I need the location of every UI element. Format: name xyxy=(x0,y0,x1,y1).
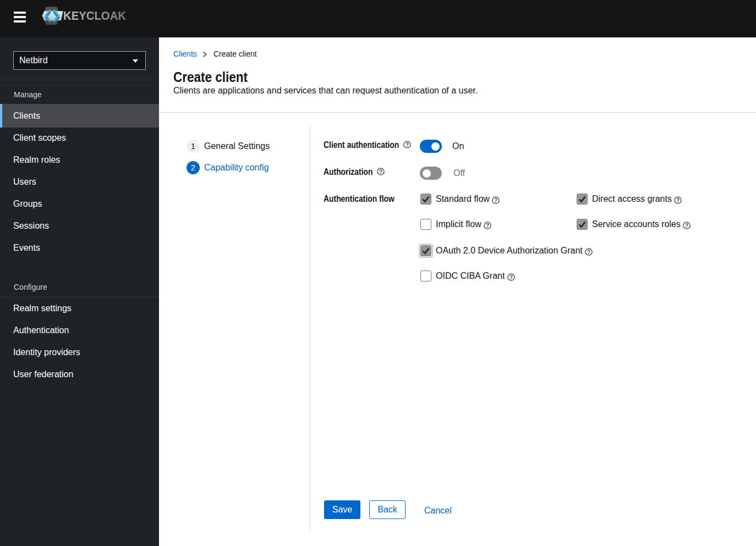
svg-text:?: ? xyxy=(486,223,489,229)
svg-text:?: ? xyxy=(494,197,497,203)
svg-text:?: ? xyxy=(676,197,680,203)
svg-text:?: ? xyxy=(587,249,590,255)
svg-text:KEYCLOAK: KEYCLOAK xyxy=(63,9,126,23)
svg-text:?: ? xyxy=(510,274,513,280)
svg-text:?: ? xyxy=(685,223,688,229)
svg-text:?: ? xyxy=(379,169,382,175)
svg-text:?: ? xyxy=(406,142,409,148)
